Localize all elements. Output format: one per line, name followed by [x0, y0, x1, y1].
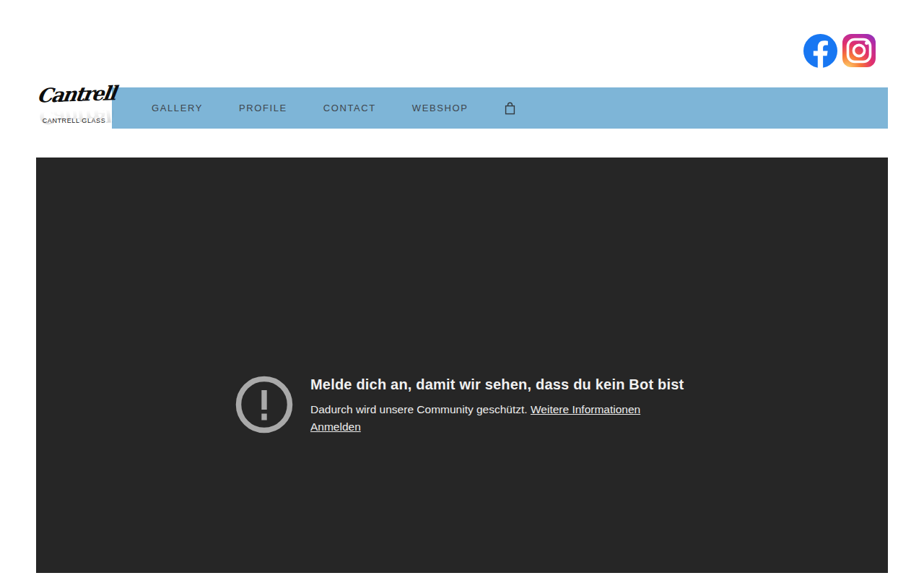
logo-caption: CANTRELL GLASS [36, 117, 112, 124]
notice-text: Melde dich an, damit wir sehen, dass du … [310, 376, 684, 436]
main-nav: GALLERY PROFILE CONTACT WEBSHOP [112, 87, 888, 129]
nav-item-webshop[interactable]: WEBSHOP [412, 103, 468, 113]
sign-in-link[interactable]: Anmelden [310, 418, 361, 436]
site-logo[interactable]: Cantrell Cantrell CANTRELL GLASS [36, 85, 112, 129]
nav-item-gallery[interactable]: GALLERY [152, 103, 203, 113]
more-info-link[interactable]: Weitere Informationen [531, 403, 640, 415]
cart-button[interactable] [505, 102, 515, 115]
logo-reflection: Cantrell [36, 103, 116, 129]
social-links [803, 33, 876, 68]
bot-check-notice: Melde dich an, damit wir sehen, dass du … [235, 376, 684, 436]
notice-body: Dadurch wird unsere Community geschützt.… [310, 401, 684, 436]
logo-script: Cantrell [36, 82, 116, 107]
nav-item-contact[interactable]: CONTACT [323, 103, 376, 113]
facebook-link[interactable] [803, 34, 837, 68]
facebook-icon [803, 34, 837, 68]
notice-title: Melde dich an, damit wir sehen, dass du … [310, 376, 684, 393]
shopping-bag-icon [505, 102, 515, 115]
instagram-link[interactable] [842, 33, 876, 68]
alert-circle-icon [235, 376, 293, 434]
nav-item-profile[interactable]: PROFILE [239, 103, 287, 113]
embed-area: Melde dich an, damit wir sehen, dass du … [36, 158, 888, 573]
notice-body-text: Dadurch wird unsere Community geschützt. [310, 403, 528, 415]
instagram-icon [842, 33, 876, 68]
